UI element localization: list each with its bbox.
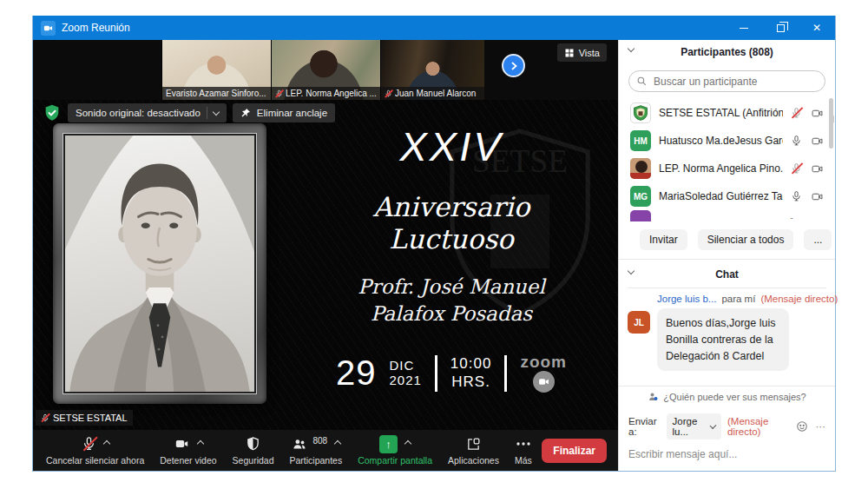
chat-header[interactable]: Chat [619, 262, 835, 286]
participant-row[interactable]: SETSE ESTATAL (Anfitrión, yo) [619, 99, 835, 127]
security-button[interactable]: Seguridad [225, 430, 282, 471]
video-thumbnail[interactable]: Juan Manuel Alarcon [380, 40, 484, 100]
invite-button[interactable]: Invitar [640, 229, 687, 250]
participants-header[interactable]: Participantes (808) [619, 40, 835, 63]
muted-mic-icon [41, 413, 49, 423]
chevron-up-icon[interactable] [197, 440, 204, 447]
chevron-down-icon [213, 108, 220, 115]
chevron-up-icon[interactable] [102, 440, 109, 447]
chat-direct-label: (Mensaje directo) [760, 294, 838, 304]
setse-logo-avatar [630, 102, 651, 123]
view-button-label: Vista [579, 48, 600, 58]
next-participants-button[interactable] [502, 54, 525, 77]
stop-video-button[interactable]: Detener video [152, 430, 224, 471]
chat-scrollbar[interactable] [830, 115, 834, 123]
search-icon [636, 76, 648, 87]
chat-more-icon[interactable]: ··· [816, 421, 826, 432]
emoji-icon[interactable] [796, 420, 808, 433]
participants-scrollbar[interactable] [829, 98, 833, 149]
participants-button[interactable]: 808 Participantes [281, 430, 350, 471]
chevron-down-icon[interactable] [628, 45, 635, 52]
anniversary-line2: Luctuoso [292, 223, 611, 255]
participants-title: Participantes (808) [681, 46, 773, 58]
chat-title: Chat [715, 268, 739, 281]
share-screen-button[interactable]: ↑ Compartir pantalla [350, 430, 440, 471]
participants-icon [291, 437, 308, 452]
camera-icon [811, 135, 824, 147]
thumbnail-name: LEP. Norma Angelica ... [286, 89, 377, 98]
close-button[interactable]: ✕ [799, 16, 835, 40]
share-screen-label: Compartir pantalla [358, 455, 432, 466]
participant-row[interactable]: MG MariaSoledad Gutiérrez Tadeo [619, 182, 835, 210]
chat-recipient-label: para mí [721, 294, 755, 304]
event-day: 29 [336, 354, 377, 393]
message-bubble: Buenos días,Jorge luis Bonilla contreras… [657, 308, 789, 371]
mute-all-button[interactable]: Silenciar a todos [698, 229, 794, 250]
mic-icon [791, 135, 802, 147]
original-sound-dropdown[interactable]: Sonido original: desactivado [68, 103, 227, 122]
minimize-button[interactable] [726, 16, 762, 40]
privacy-text: ¿Quién puede ver sus mensajes? [663, 392, 806, 402]
screenshot-root: Zoom Reunión ✕ Evaristo Azamar Sinforo..… [0, 0, 868, 489]
person-privacy-icon [648, 392, 659, 402]
chat-sender: Jorge luis b... [657, 294, 716, 304]
camera-icon [811, 163, 824, 175]
participant-row[interactable]: HM Huatusco Ma.deJesus Garcia Va... [619, 127, 835, 155]
memorial-text: XXIV Aniversario Luctuoso Profr. José Ma… [292, 100, 611, 393]
view-button[interactable]: Vista [557, 43, 607, 62]
presenter-name: SETSE ESTATAL [53, 413, 128, 423]
meeting-toolbar: Cancelar silenciar ahora Detener video [33, 430, 618, 471]
chevron-down-icon[interactable] [628, 268, 635, 274]
camera-icon [811, 108, 824, 119]
participants-actions: Invitar Silenciar a todos ... [619, 221, 835, 259]
participant-row-partial[interactable]: - [619, 210, 835, 221]
participant-name: LEP. Norma Angelica Pino. Leyv... [659, 162, 783, 175]
remove-pin-button[interactable]: Eliminar anclaje [233, 103, 335, 122]
photo-avatar [630, 158, 651, 179]
participants-more-button[interactable]: ... [804, 229, 832, 250]
end-meeting-button[interactable]: Finalizar [542, 439, 607, 463]
anniversary-line1: Aniversario [292, 191, 611, 223]
pin-icon [240, 108, 251, 118]
grid-view-icon [564, 48, 575, 58]
camera-icon [811, 191, 824, 202]
search-participant-input[interactable] [628, 70, 825, 92]
memorial-portrait [65, 135, 254, 392]
more-button[interactable]: Más [507, 430, 540, 471]
anniversary-roman-numeral: XXIV [292, 122, 611, 170]
video-thumbnail[interactable]: LEP. Norma Angelica ... [271, 40, 380, 100]
partial-row-dash: - [790, 212, 793, 221]
more-dots-icon [516, 441, 531, 446]
chat-zone: Jorge luis b... para mí (Mensaje directo… [619, 288, 835, 471]
unmute-button[interactable]: Cancelar silenciar ahora [38, 430, 152, 471]
apps-button[interactable]: Aplicaciones [440, 430, 507, 471]
more-label: Más [515, 455, 532, 466]
send-to-row: Enviar a: Jorge lu... (Mensaje directo) … [619, 406, 835, 441]
direct-message-label: (Mensaje directo) [727, 416, 789, 437]
thumbnail-name: Evaristo Azamar Sinforo... [166, 89, 266, 98]
honoree-name-line2: Palafox Posadas [292, 301, 611, 327]
meeting-area: Evaristo Azamar Sinforo... LEP. Norma An… [33, 40, 618, 471]
restore-button[interactable] [762, 16, 799, 40]
event-month: DIC [389, 359, 421, 373]
zoom-app-icon [41, 21, 56, 36]
security-shield-icon[interactable] [43, 103, 62, 122]
recipient-dropdown[interactable]: Jorge lu... [667, 413, 721, 439]
recipient-name: Jorge lu... [673, 416, 707, 437]
security-label: Seguridad [233, 455, 274, 466]
original-sound-label: Sonido original: desactivado [76, 108, 201, 118]
chevron-up-icon[interactable] [334, 440, 341, 447]
presenter-name-label: SETSE ESTATAL [36, 410, 133, 426]
participants-list: SETSE ESTATAL (Anfitrión, yo) HM [619, 96, 835, 221]
thumbnail-name: Juan Manuel Alarcon [395, 89, 476, 98]
zoom-window: Zoom Reunión ✕ Evaristo Azamar Sinforo..… [32, 16, 836, 472]
chat-message: JL Buenos días,Jorge luis Bonilla contre… [628, 308, 826, 371]
send-to-label: Enviar a: [628, 416, 661, 437]
chat-message-input[interactable] [628, 448, 825, 460]
message-privacy-link[interactable]: ¿Quién puede ver sus mensajes? [619, 386, 835, 406]
chevron-down-icon [710, 422, 717, 429]
chevron-up-icon[interactable] [404, 440, 411, 447]
video-thumbnail[interactable]: Evaristo Azamar Sinforo... [161, 40, 271, 100]
memorial-portrait-frame [53, 123, 266, 404]
participant-row[interactable]: LEP. Norma Angelica Pino. Leyv... [619, 155, 835, 182]
